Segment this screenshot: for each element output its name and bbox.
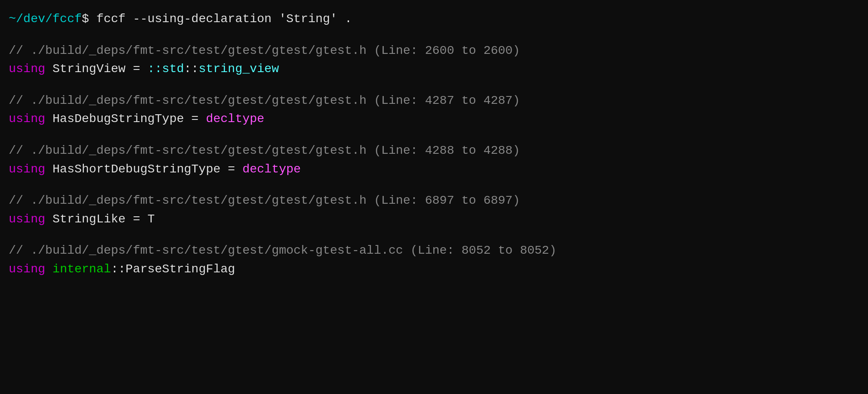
result-block-5: // ./build/_deps/fmt-src/test/gtest/gmoc… bbox=[9, 242, 859, 278]
prompt-command: fccf --using-declaration 'String' . bbox=[96, 12, 352, 26]
namespace-1: ::std bbox=[147, 62, 184, 76]
code-line-4: using StringLike = T bbox=[9, 211, 859, 228]
type-5: ParseStringFlag bbox=[126, 262, 235, 276]
separator-5: :: bbox=[111, 262, 126, 276]
terminal-window: ~/dev/fccf$ fccf --using-declaration 'St… bbox=[9, 10, 859, 384]
comment-line-1: // ./build/_deps/fmt-src/test/gtest/gtes… bbox=[9, 42, 859, 60]
code-line-3: using HasShortDebugStringType = decltype bbox=[9, 161, 859, 179]
code-line-2: using HasDebugStringType = decltype bbox=[9, 110, 859, 128]
prompt-path: ~/dev/fccf bbox=[9, 12, 82, 26]
separator-1: :: bbox=[184, 62, 199, 76]
identifier-4: StringLike = T bbox=[45, 212, 155, 226]
namespace-5: internal bbox=[53, 262, 111, 276]
prompt-symbol: $ bbox=[82, 12, 96, 26]
result-block-4: // ./build/_deps/fmt-src/test/gtest/gtes… bbox=[9, 192, 859, 228]
comment-line-5: // ./build/_deps/fmt-src/test/gtest/gmoc… bbox=[9, 242, 859, 260]
result-block-3: // ./build/_deps/fmt-src/test/gtest/gtes… bbox=[9, 142, 859, 178]
code-line-1: using StringView = ::std::string_view bbox=[9, 60, 859, 78]
prompt-line: ~/dev/fccf$ fccf --using-declaration 'St… bbox=[9, 10, 859, 28]
code-line-5: using internal::ParseStringFlag bbox=[9, 261, 859, 278]
value-2: decltype bbox=[206, 112, 264, 126]
comment-line-3: // ./build/_deps/fmt-src/test/gtest/gtes… bbox=[9, 142, 859, 160]
type-1: string_view bbox=[199, 62, 279, 76]
comment-line-2: // ./build/_deps/fmt-src/test/gtest/gtes… bbox=[9, 92, 859, 110]
value-3: decltype bbox=[243, 162, 301, 176]
result-block-1: // ./build/_deps/fmt-src/test/gtest/gtes… bbox=[9, 42, 859, 78]
result-block-2: // ./build/_deps/fmt-src/test/gtest/gtes… bbox=[9, 92, 859, 128]
identifier-5 bbox=[45, 262, 53, 276]
keyword-3: using bbox=[9, 162, 45, 176]
identifier-1: StringView = bbox=[45, 62, 147, 76]
comment-line-4: // ./build/_deps/fmt-src/test/gtest/gtes… bbox=[9, 192, 859, 210]
keyword-5: using bbox=[9, 262, 45, 276]
identifier-2: HasDebugStringType = bbox=[45, 112, 206, 126]
keyword-2: using bbox=[9, 112, 45, 126]
keyword-4: using bbox=[9, 212, 45, 226]
identifier-3: HasShortDebugStringType = bbox=[45, 162, 243, 176]
keyword-1: using bbox=[9, 62, 45, 76]
